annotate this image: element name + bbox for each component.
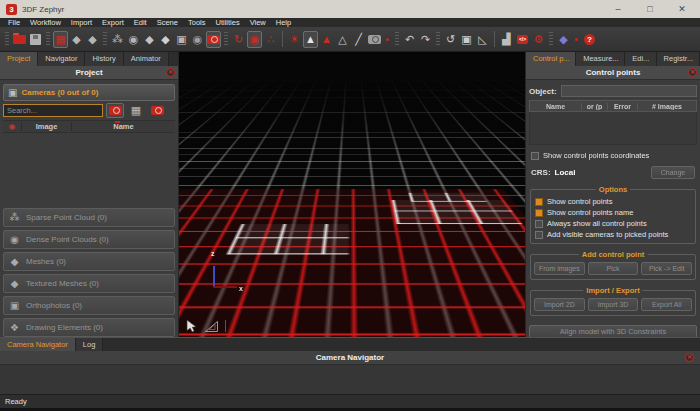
- checkbox-always-show-all-control-points[interactable]: Always show all control points: [535, 219, 691, 228]
- points-column-name[interactable]: Name: [530, 103, 582, 110]
- tab-edi[interactable]: Edi...: [625, 52, 656, 66]
- menu-item-export[interactable]: Export: [97, 18, 129, 27]
- pick-edit-button[interactable]: Pick -> Edit: [641, 262, 692, 275]
- open-project-icon[interactable]: [12, 31, 27, 48]
- dense-cloud-icon[interactable]: ◉: [190, 31, 205, 48]
- tree-item-sparse-point-cloud-0[interactable]: ⁂Sparse Point Cloud (0): [3, 208, 175, 227]
- save-project-icon[interactable]: [28, 31, 43, 48]
- stats-chart-icon[interactable]: ▟: [499, 31, 514, 48]
- close-icon[interactable]: ✕: [685, 353, 694, 362]
- close-icon[interactable]: ✕: [166, 68, 175, 77]
- menu-item-import[interactable]: Import: [66, 18, 97, 27]
- toolbar-grip[interactable]: [224, 32, 228, 46]
- crop-icon[interactable]: ▣: [459, 31, 474, 48]
- redo-icon[interactable]: ↷: [418, 31, 433, 48]
- console-icon[interactable]: </>: [515, 31, 530, 48]
- toolbar-grip[interactable]: [5, 32, 9, 46]
- viewport-3d[interactable]: z x: [179, 52, 525, 337]
- workspace-cube-icon[interactable]: ◆: [69, 31, 84, 48]
- help-icon[interactable]: ?: [582, 31, 597, 48]
- points-table-body[interactable]: [529, 112, 697, 145]
- tree-item-drawing-elements-0[interactable]: ❖Drawing Elements (0): [3, 318, 175, 337]
- minimize-button[interactable]: –: [612, 1, 624, 17]
- cameras-section-header[interactable]: ▣ Cameras (0 out of 0): [3, 84, 175, 101]
- points-column-error[interactable]: Error: [608, 103, 638, 110]
- project-wizard-icon[interactable]: ▦: [53, 31, 68, 48]
- toolbar-grip[interactable]: [395, 32, 399, 46]
- change-crs-button[interactable]: Change: [651, 166, 695, 179]
- tab-measure[interactable]: Measure...: [576, 52, 625, 66]
- import-textured-mesh-icon[interactable]: ◆: [158, 31, 173, 48]
- measure-tool-icon[interactable]: ◺: [475, 31, 490, 48]
- toolbar-grip[interactable]: [436, 32, 440, 46]
- tab-project[interactable]: Project: [0, 52, 38, 66]
- lightbulb-icon[interactable]: ☀: [287, 31, 302, 48]
- search-input[interactable]: [3, 104, 103, 117]
- checkbox-box[interactable]: [535, 209, 543, 217]
- import-dense-cloud-icon[interactable]: ◉: [126, 31, 141, 48]
- tab-animator[interactable]: Animator: [124, 52, 169, 66]
- close-icon[interactable]: ✕: [688, 68, 697, 77]
- column-header-name[interactable]: Name: [71, 122, 175, 131]
- menu-item-utilities[interactable]: Utilities: [210, 18, 244, 27]
- undo-icon[interactable]: ↶: [402, 31, 417, 48]
- menu-item-tools[interactable]: Tools: [183, 18, 211, 27]
- control-points-nodes-icon[interactable]: ∴: [263, 31, 278, 48]
- import-3d-button[interactable]: Import 3D: [588, 298, 639, 311]
- checkbox-show-control-points-coordinates[interactable]: Show control points coordinates: [531, 151, 695, 160]
- scene-cube-icon[interactable]: ◆: [85, 31, 100, 48]
- camera-view-icon[interactable]: [206, 31, 221, 48]
- settings-pin-icon[interactable]: ⚙: [531, 31, 546, 48]
- checkbox-show-control-points-name[interactable]: Show control points name: [535, 208, 691, 217]
- menu-item-view[interactable]: View: [245, 18, 271, 27]
- tab-registr[interactable]: Registr...: [657, 52, 700, 66]
- toolbar-grip[interactable]: [549, 32, 553, 46]
- video-camera-icon[interactable]: [367, 31, 382, 48]
- checkbox-box[interactable]: [531, 152, 539, 160]
- checkbox-box[interactable]: [535, 220, 543, 228]
- import-sparse-cloud-icon[interactable]: ⁂: [110, 31, 125, 48]
- camera-filter-button[interactable]: [106, 103, 124, 118]
- tab-history[interactable]: History: [85, 52, 123, 66]
- pick-button[interactable]: Pick: [588, 262, 639, 275]
- import-2d-button[interactable]: Import 2D: [534, 298, 585, 311]
- orbit-point-icon[interactable]: ◉: [247, 31, 262, 48]
- column-header-image[interactable]: Image: [21, 122, 71, 131]
- tree-item-meshes-0[interactable]: ◆Meshes (0): [3, 252, 175, 271]
- brush-icon[interactable]: ╱: [351, 31, 366, 48]
- visibility-column-icon[interactable]: ◉: [3, 122, 21, 131]
- wireframe-mesh-icon[interactable]: △: [335, 31, 350, 48]
- menu-item-scene[interactable]: Scene: [152, 18, 183, 27]
- from-images-button[interactable]: From images: [534, 262, 585, 275]
- toolbar-grip[interactable]: [46, 32, 50, 46]
- import-mesh-icon[interactable]: ◆: [142, 31, 157, 48]
- cursor-icon[interactable]: [185, 319, 198, 333]
- align-model-button[interactable]: Align model with 3D Constraints: [529, 325, 697, 337]
- gallery-view-button[interactable]: ▦: [127, 103, 145, 118]
- add-camera-button[interactable]: [148, 103, 166, 118]
- tab-control-p[interactable]: Control p...: [526, 52, 576, 66]
- rotate-icon[interactable]: ↻: [231, 31, 246, 48]
- sketchfab-icon[interactable]: ◆: [556, 31, 571, 48]
- maximize-button[interactable]: □: [644, 1, 656, 17]
- checkbox-add-visible-cameras-to-picked-points[interactable]: Add visible cameras to picked points: [535, 230, 691, 239]
- checkbox-show-control-points[interactable]: Show control points: [535, 197, 691, 206]
- shaded-mesh-icon[interactable]: ▲: [303, 31, 318, 48]
- measure-corner-icon[interactable]: [204, 319, 219, 333]
- tree-item-textured-meshes-0[interactable]: ◆Textured Meshes (0): [3, 274, 175, 293]
- import-orthophoto-icon[interactable]: ▣: [174, 31, 189, 48]
- menu-item-edit[interactable]: Edit: [129, 18, 152, 27]
- toolbar-grip[interactable]: [103, 32, 107, 46]
- close-button[interactable]: ✕: [676, 1, 688, 17]
- tab-navigator[interactable]: Navigator: [38, 52, 85, 66]
- points-column-or-p[interactable]: or (p: [582, 103, 608, 110]
- checkbox-box[interactable]: [535, 198, 543, 206]
- menu-item-workflow[interactable]: Workflow: [25, 18, 66, 27]
- object-input[interactable]: [561, 85, 697, 97]
- points-column-images[interactable]: # Images: [638, 103, 696, 110]
- checkbox-box[interactable]: [535, 231, 543, 239]
- tree-item-orthophotos-0[interactable]: ▣Orthophotos (0): [3, 296, 175, 315]
- menu-item-help[interactable]: Help: [271, 18, 296, 27]
- orbit-view-icon[interactable]: ↺: [443, 31, 458, 48]
- colored-mesh-icon[interactable]: ▲: [319, 31, 334, 48]
